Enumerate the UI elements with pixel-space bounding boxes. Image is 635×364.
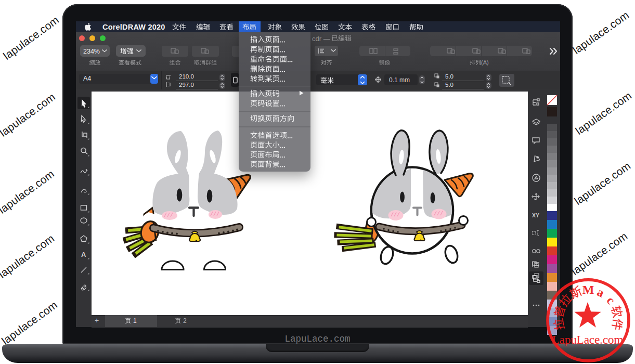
svg-text:LapuLace.com: LapuLace.com (552, 333, 624, 346)
svg-text:c: c (604, 294, 618, 307)
svg-text:M: M (582, 283, 594, 296)
svg-text:a: a (595, 285, 606, 300)
